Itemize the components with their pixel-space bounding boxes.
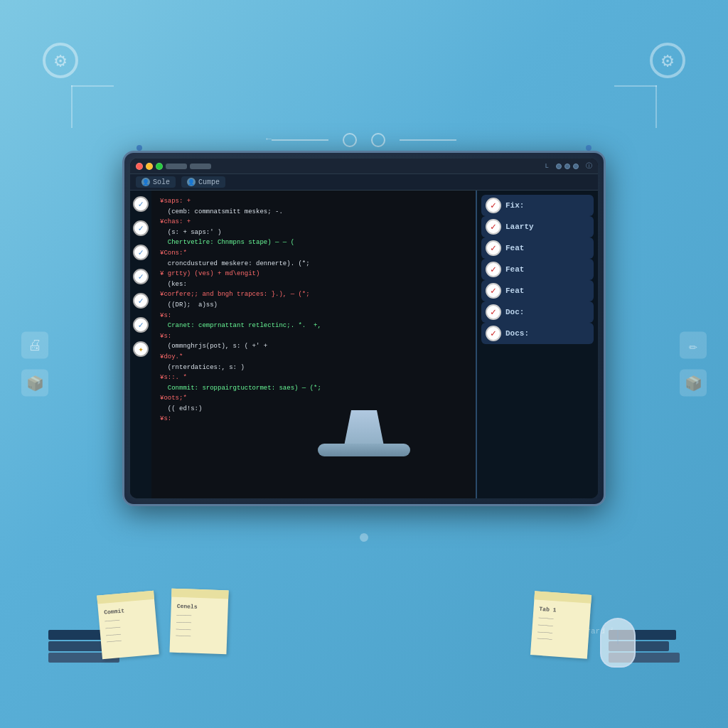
code-text: ¥s: [160,311,473,321]
checkmark-icon: ✓ [491,328,496,339]
sticky-note-2: Cenels ———————————————————— [169,589,228,655]
code-text: (kes: [160,280,473,289]
tab-sole-icon: 👤 [141,178,150,186]
commit-items: ✓Fix:✓Laarty✓Feat✓Feat✓Feat✓Doc:✓Docs: [481,195,594,344]
left-check-2[interactable]: ✓ [133,220,149,236]
close-button[interactable] [136,163,143,170]
book-2 [48,641,109,651]
code-line: ¥chas: + [154,217,473,228]
tab-cumpe-label: Cumpe [198,178,220,186]
window-label: L [545,163,549,170]
check-icon-4: ✓ [138,272,143,282]
commit-item[interactable]: ✓Fix: [481,195,594,216]
pencil-icon-right: ✏ [680,332,707,359]
tab-sole[interactable]: 👤 Sole [136,176,176,188]
code-line: croncdustured meskere: dennerte). (*; [154,259,473,269]
commit-checkbox[interactable]: ✓ [486,304,501,320]
blue-dot [136,145,142,151]
monitor-container: ← L ⓘ [122,151,606,520]
code-lines: ¥saps: + (cemb: commnatsmitt meskes; -.¥… [154,196,473,424]
extra-button[interactable] [166,164,187,169]
tab-sole-label: Sole [153,178,170,186]
checkmark-icon: ✓ [491,242,496,254]
left-check-4[interactable]: ✓ [133,269,149,284]
extra-button-2[interactable] [190,164,211,169]
sticky-note-1: Commit ———————————————————— [97,591,159,660]
arrow-right [400,139,456,141]
left-check-5[interactable]: ✓ [133,293,149,309]
commit-item[interactable]: ✓Laarty [481,216,594,237]
left-check-3[interactable]: ✓ [133,245,149,260]
info-icon: ⓘ [586,161,592,171]
sticky-note-1-text: Commit [104,605,150,616]
commit-checkbox[interactable]: ✓ [486,283,501,299]
circle-deco [343,133,357,147]
check-icon-3: ✓ [138,247,143,258]
monitor-base [318,444,410,456]
box-icon-right: 📦 [680,370,707,397]
commit-checkbox[interactable]: ✓ [486,240,501,256]
check-icon-1: ✓ [138,199,143,210]
sticky-note-1-lines: ———————————————————— [105,614,152,646]
commit-item[interactable]: ✓Feat [481,280,594,301]
commit-item[interactable]: ✓Doc: [481,301,594,323]
code-line: (cemb: commnatsmitt meskes; -. [154,207,473,218]
code-text: (cemb: commnatsmitt meskes; -. [160,208,473,217]
code-text: croncdustured meskere: dennerte). (*; [160,259,473,269]
code-text: ¥oots;* [160,394,473,403]
code-text: Conmmit: sroppairgtuctormet: saes) — (*; [160,384,473,393]
sticky-note-2-lines: ———————————————————— [176,612,222,641]
commit-checkbox[interactable]: ✓ [486,262,501,277]
blue-dot-right [586,145,592,151]
commit-label: Feat [505,265,524,274]
code-line: Cranet: cemprnattant retlectinc;. *. +, [154,321,473,331]
commit-checkbox[interactable]: ✓ [486,219,501,235]
code-line: ¥s: [154,414,473,424]
code-text: (rnterdatices:, s: ) [160,363,473,373]
tab-cumpe[interactable]: 👤 Cumpe [181,176,225,188]
code-text: ¥Cons:* [160,249,473,258]
code-text: ¥chas: + [160,218,473,227]
gear-icon-right: ⚙ [650,43,685,78]
code-text: Chertvetlre: Chnmpns stape) — — ( [160,238,473,247]
control-dot-2 [564,164,570,169]
control-dot-3 [573,164,579,169]
left-checks-panel: ✓ ✓ ✓ ✓ ✓ ✓ [130,191,151,498]
code-text: ¥doy.* [160,353,473,362]
left-check-7[interactable]: ✦ [133,341,149,357]
code-line: ¥ grtty) (ves) + md\engit) [154,269,473,279]
left-check-1[interactable]: ✓ [133,196,149,212]
minimize-button[interactable] [146,163,153,170]
mouse [600,618,636,668]
code-line: ¥doy.* [154,352,473,363]
code-text: (s: + saps:' ) [160,228,473,237]
monitor-dot [360,533,368,542]
circuit-line [614,85,657,87]
code-text: (( ed!s:) [160,405,473,414]
code-panel[interactable]: ¥saps: + (cemb: commnatsmitt meskes; -.¥… [151,191,477,498]
code-line: ¥s::. * [154,373,473,383]
commit-item[interactable]: ✓Feat [481,259,594,280]
commit-item[interactable]: ✓Docs: [481,323,594,344]
code-text: ¥ grtty) (ves) + md\engit) [160,269,473,279]
circuit-line [655,85,657,128]
left-check-6[interactable]: ✓ [133,317,149,333]
control-dot-1 [556,164,562,169]
code-line: ((DR); a)ss) [154,300,473,311]
circle-deco-2 [371,133,385,147]
commit-label: Feat [505,244,524,252]
code-text: ¥s: [160,414,473,424]
commit-checkbox[interactable]: ✓ [486,326,501,341]
code-line: ¥corfere;; and bngh trapces: }.), — (*; [154,289,473,300]
box-icon-left: 📦 [21,370,48,397]
code-text: Cranet: cemprnattant retlectinc;. *. +, [160,321,473,331]
commit-checkbox[interactable]: ✓ [486,198,501,213]
commit-item[interactable]: ✓Feat [481,237,594,259]
title-bar: L ⓘ [130,159,598,174]
tab-cumpe-icon: 👤 [187,178,196,186]
circuit-line [71,85,73,128]
code-line: (s: + saps:' ) [154,228,473,238]
maximize-button[interactable] [156,163,163,170]
code-line: (rnterdatices:, s: ) [154,363,473,373]
arrow-left: ← [272,139,328,141]
